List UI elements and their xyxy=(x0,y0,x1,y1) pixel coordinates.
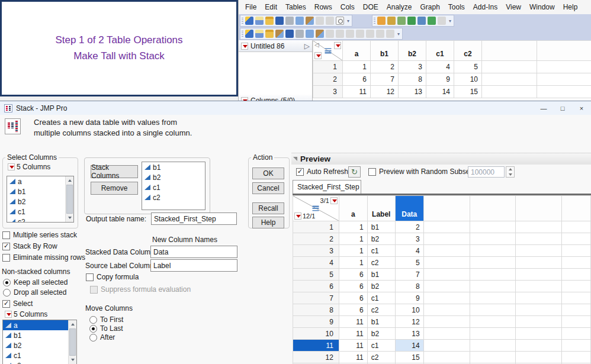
menu-add-ins[interactable]: Add-Ins xyxy=(469,1,502,13)
source-label-column-input[interactable]: Label xyxy=(150,259,237,272)
a-cell[interactable]: 11 xyxy=(339,340,367,352)
refresh-button[interactable]: ↻ xyxy=(348,166,361,178)
data-cell[interactable]: 10 xyxy=(454,73,482,86)
bottom-column-count-row[interactable]: 5 Columns xyxy=(5,310,47,318)
column-item-c2[interactable]: c2 xyxy=(3,360,76,364)
open-icon[interactable] xyxy=(265,17,274,25)
column-item-b1[interactable]: b1 xyxy=(3,330,76,340)
cancel-button[interactable]: Cancel xyxy=(252,182,284,194)
cut-icon[interactable] xyxy=(296,30,304,38)
data-cell[interactable]: 12 xyxy=(395,316,423,328)
empty-cell[interactable] xyxy=(562,340,591,352)
empty-cell[interactable] xyxy=(482,61,537,73)
cut-icon[interactable] xyxy=(285,17,294,25)
empty-cell[interactable] xyxy=(482,86,537,98)
column-item-c2[interactable]: c2 xyxy=(7,217,73,223)
label-cell[interactable]: b2 xyxy=(367,281,395,292)
empty-cell[interactable] xyxy=(516,257,562,269)
label-cell[interactable]: c2 xyxy=(367,304,395,316)
table-colored-icon[interactable] xyxy=(377,17,386,25)
grid-icon[interactable] xyxy=(397,17,406,25)
label-cell[interactable]: c2 xyxy=(367,257,395,269)
stack-columns-button[interactable]: Stack Columns xyxy=(91,165,138,178)
a-cell[interactable]: 1 xyxy=(339,233,367,245)
stacked-data-column-input[interactable]: Data xyxy=(150,246,237,258)
empty-cell[interactable] xyxy=(537,61,591,73)
scroll-down-icon[interactable] xyxy=(66,214,74,222)
favorite-icon[interactable] xyxy=(356,30,364,38)
row-number-cell[interactable]: 2 xyxy=(293,233,339,245)
toolbar-overflow-icon[interactable]: ▾ xyxy=(347,18,349,24)
corner-rows-info[interactable]: 12/1 xyxy=(294,212,315,220)
data-cell[interactable]: 2 xyxy=(395,221,423,233)
empty-cell[interactable] xyxy=(562,221,591,233)
column-item-c1[interactable]: c1 xyxy=(3,350,76,360)
lock-icon[interactable] xyxy=(336,30,344,38)
menu-tables[interactable]: Tables xyxy=(281,1,310,13)
column-item-b2[interactable]: b2 xyxy=(3,340,76,350)
column-item-b1[interactable]: b1 xyxy=(7,186,73,197)
summary-icon[interactable] xyxy=(387,17,396,25)
help-button[interactable]: Help xyxy=(252,217,284,228)
copy-icon[interactable] xyxy=(296,17,304,25)
row-number-cell[interactable]: 11 xyxy=(293,340,339,352)
select-checkbox[interactable]: Select xyxy=(2,299,33,308)
row-number-cell[interactable]: 4 xyxy=(293,257,339,269)
empty-cell[interactable] xyxy=(423,352,470,363)
row-number-cell[interactable]: 3 xyxy=(293,245,339,257)
data-cell[interactable]: 12 xyxy=(371,86,399,98)
empty-cell[interactable] xyxy=(516,340,562,352)
data-cell[interactable]: 9 xyxy=(426,73,454,86)
drop-all-selected-radio[interactable]: Drop all selected xyxy=(3,288,66,297)
red-triangle-icon[interactable] xyxy=(314,52,322,59)
preview-column-header-label[interactable]: Label xyxy=(367,196,395,221)
search-icon[interactable] xyxy=(336,17,344,25)
column-item-a[interactable]: a xyxy=(3,320,76,330)
empty-cell[interactable] xyxy=(562,245,591,257)
a-cell[interactable]: 6 xyxy=(339,304,367,316)
row-number-cell[interactable]: 12 xyxy=(293,352,339,363)
menu-file[interactable]: File xyxy=(241,1,261,13)
a-cell[interactable]: 1 xyxy=(339,245,367,257)
expand-panel-icon[interactable]: ▷ xyxy=(304,42,310,50)
data-cell[interactable]: 13 xyxy=(395,328,423,340)
new-journal-icon[interactable] xyxy=(255,17,264,25)
empty-cell[interactable] xyxy=(423,245,470,257)
data-cell[interactable]: 15 xyxy=(395,352,423,363)
data-cell[interactable]: 3 xyxy=(399,61,426,73)
corner-columns-info[interactable]: 3/1 xyxy=(320,197,338,204)
empty-cell[interactable] xyxy=(470,221,516,233)
empty-cell[interactable] xyxy=(516,245,562,257)
preview-table-tab[interactable]: Stacked_First_Step xyxy=(293,180,361,194)
save-icon[interactable] xyxy=(275,17,284,25)
empty-cell[interactable] xyxy=(470,340,516,352)
empty-cell[interactable] xyxy=(423,328,470,340)
lock-icon[interactable] xyxy=(326,17,334,25)
empty-column-header[interactable] xyxy=(423,196,470,221)
row-number-cell[interactable]: 5 xyxy=(293,269,339,281)
empty-cell[interactable] xyxy=(562,352,591,363)
empty-cell[interactable] xyxy=(423,304,470,316)
scroll-thumb[interactable] xyxy=(69,328,76,356)
spinner-down-icon[interactable] xyxy=(506,172,514,178)
label-cell[interactable]: b1 xyxy=(367,316,395,328)
empty-cell[interactable] xyxy=(562,304,591,316)
empty-cell[interactable] xyxy=(482,73,537,86)
to-first-radio[interactable]: To First xyxy=(89,315,123,324)
scrollbar[interactable] xyxy=(68,320,76,364)
menu-graph[interactable]: Graph xyxy=(416,1,444,13)
empty-cell[interactable] xyxy=(423,269,470,281)
label-cell[interactable]: b1 xyxy=(367,269,395,281)
a-cell[interactable]: 11 xyxy=(339,316,367,328)
a-cell[interactable]: 6 xyxy=(339,269,367,281)
empty-cell[interactable] xyxy=(562,316,591,328)
edit-icon[interactable] xyxy=(438,17,446,25)
column-count-row[interactable]: 5 Columns xyxy=(8,163,50,171)
a-cell[interactable]: 1 xyxy=(339,221,367,233)
column-header-b2[interactable]: b2 xyxy=(399,41,426,61)
empty-cell[interactable] xyxy=(516,221,562,233)
empty-cell[interactable] xyxy=(562,257,591,269)
a-cell[interactable]: 11 xyxy=(339,352,367,363)
empty-cell[interactable] xyxy=(423,292,470,304)
toolbar-overflow-icon[interactable]: ▾ xyxy=(397,31,400,37)
